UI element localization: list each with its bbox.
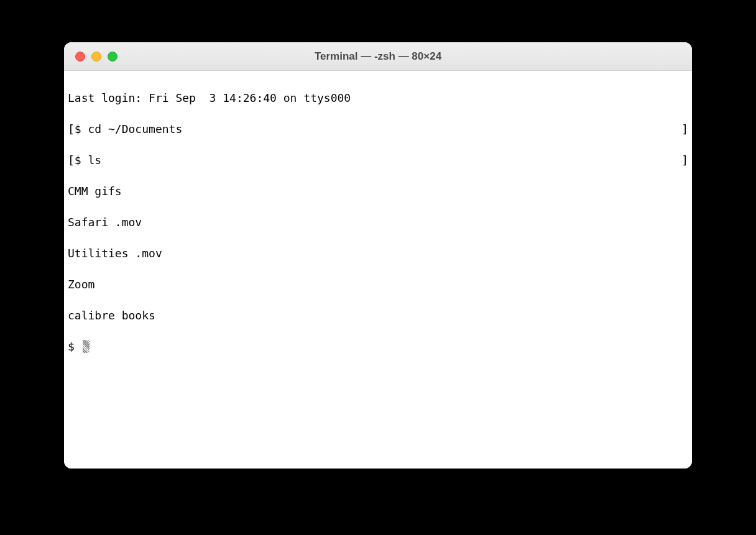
terminal-body[interactable]: Last login: Fri Sep 3 14:26:40 on ttys00… — [64, 71, 692, 469]
prompt: $ — [68, 340, 81, 353]
terminal-line: [$ cd ~/Documents] — [68, 121, 688, 137]
titlebar[interactable]: Terminal — -zsh — 80×24 — [64, 42, 692, 71]
terminal-line: CMM gifs — [68, 183, 688, 199]
terminal-line: Utilities .mov — [68, 245, 688, 261]
window-title: Terminal — -zsh — 80×24 — [64, 50, 692, 63]
cursor-icon — [83, 340, 90, 353]
terminal-line: [$ ls] — [68, 152, 688, 168]
terminal-window: Terminal — -zsh — 80×24 Last login: Fri … — [64, 42, 692, 469]
minimize-icon[interactable] — [91, 52, 101, 62]
terminal-line: Zoom — [68, 277, 688, 292]
close-icon[interactable] — [75, 52, 85, 62]
terminal-line: calibre books — [68, 308, 688, 323]
terminal-prompt-line: $ — [68, 339, 688, 354]
terminal-line: Safari .mov — [68, 214, 688, 230]
traffic-lights — [64, 52, 118, 62]
terminal-line: Last login: Fri Sep 3 14:26:40 on ttys00… — [68, 90, 688, 106]
maximize-icon[interactable] — [108, 52, 118, 62]
